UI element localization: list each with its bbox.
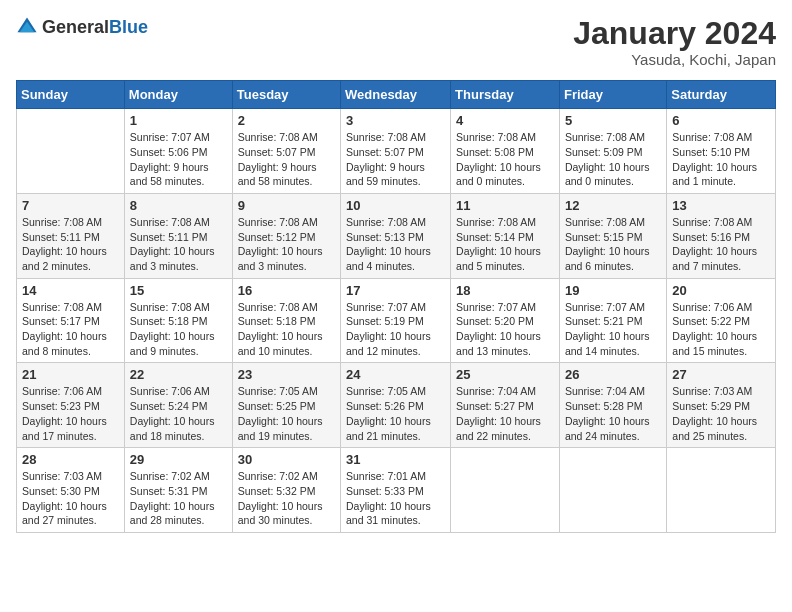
day-info: Sunrise: 7:02 AMSunset: 5:31 PMDaylight:…	[130, 469, 227, 528]
day-info: Sunrise: 7:07 AMSunset: 5:21 PMDaylight:…	[565, 300, 661, 359]
day-number: 4	[456, 113, 554, 128]
week-row-2: 7Sunrise: 7:08 AMSunset: 5:11 PMDaylight…	[17, 193, 776, 278]
week-row-5: 28Sunrise: 7:03 AMSunset: 5:30 PMDayligh…	[17, 448, 776, 533]
day-info: Sunrise: 7:08 AMSunset: 5:08 PMDaylight:…	[456, 130, 554, 189]
page-header: GeneralBlue January 2024 Yasuda, Kochi, …	[16, 16, 776, 68]
week-row-1: 1Sunrise: 7:07 AMSunset: 5:06 PMDaylight…	[17, 109, 776, 194]
calendar-cell	[17, 109, 125, 194]
calendar-cell: 27Sunrise: 7:03 AMSunset: 5:29 PMDayligh…	[667, 363, 776, 448]
calendar-cell: 1Sunrise: 7:07 AMSunset: 5:06 PMDaylight…	[124, 109, 232, 194]
day-number: 7	[22, 198, 119, 213]
day-info: Sunrise: 7:08 AMSunset: 5:16 PMDaylight:…	[672, 215, 770, 274]
header-day-tuesday: Tuesday	[232, 81, 340, 109]
day-number: 26	[565, 367, 661, 382]
calendar-cell: 16Sunrise: 7:08 AMSunset: 5:18 PMDayligh…	[232, 278, 340, 363]
day-info: Sunrise: 7:08 AMSunset: 5:11 PMDaylight:…	[130, 215, 227, 274]
header-day-sunday: Sunday	[17, 81, 125, 109]
week-row-4: 21Sunrise: 7:06 AMSunset: 5:23 PMDayligh…	[17, 363, 776, 448]
week-row-3: 14Sunrise: 7:08 AMSunset: 5:17 PMDayligh…	[17, 278, 776, 363]
day-info: Sunrise: 7:08 AMSunset: 5:11 PMDaylight:…	[22, 215, 119, 274]
day-number: 13	[672, 198, 770, 213]
day-number: 3	[346, 113, 445, 128]
calendar-cell	[667, 448, 776, 533]
calendar-cell: 14Sunrise: 7:08 AMSunset: 5:17 PMDayligh…	[17, 278, 125, 363]
day-info: Sunrise: 7:07 AMSunset: 5:06 PMDaylight:…	[130, 130, 227, 189]
day-info: Sunrise: 7:08 AMSunset: 5:07 PMDaylight:…	[346, 130, 445, 189]
header-day-saturday: Saturday	[667, 81, 776, 109]
calendar-cell: 5Sunrise: 7:08 AMSunset: 5:09 PMDaylight…	[559, 109, 666, 194]
day-info: Sunrise: 7:08 AMSunset: 5:18 PMDaylight:…	[238, 300, 335, 359]
calendar-cell	[559, 448, 666, 533]
calendar-cell: 23Sunrise: 7:05 AMSunset: 5:25 PMDayligh…	[232, 363, 340, 448]
calendar-cell: 11Sunrise: 7:08 AMSunset: 5:14 PMDayligh…	[451, 193, 560, 278]
subtitle: Yasuda, Kochi, Japan	[573, 51, 776, 68]
day-info: Sunrise: 7:03 AMSunset: 5:29 PMDaylight:…	[672, 384, 770, 443]
calendar-cell: 28Sunrise: 7:03 AMSunset: 5:30 PMDayligh…	[17, 448, 125, 533]
day-info: Sunrise: 7:07 AMSunset: 5:20 PMDaylight:…	[456, 300, 554, 359]
day-number: 1	[130, 113, 227, 128]
day-number: 23	[238, 367, 335, 382]
day-info: Sunrise: 7:08 AMSunset: 5:12 PMDaylight:…	[238, 215, 335, 274]
calendar-cell: 4Sunrise: 7:08 AMSunset: 5:08 PMDaylight…	[451, 109, 560, 194]
day-number: 19	[565, 283, 661, 298]
day-number: 24	[346, 367, 445, 382]
calendar-cell: 26Sunrise: 7:04 AMSunset: 5:28 PMDayligh…	[559, 363, 666, 448]
day-info: Sunrise: 7:03 AMSunset: 5:30 PMDaylight:…	[22, 469, 119, 528]
calendar-cell: 24Sunrise: 7:05 AMSunset: 5:26 PMDayligh…	[341, 363, 451, 448]
day-number: 31	[346, 452, 445, 467]
calendar-cell: 7Sunrise: 7:08 AMSunset: 5:11 PMDaylight…	[17, 193, 125, 278]
calendar-cell	[451, 448, 560, 533]
calendar-cell: 2Sunrise: 7:08 AMSunset: 5:07 PMDaylight…	[232, 109, 340, 194]
title-block: January 2024 Yasuda, Kochi, Japan	[573, 16, 776, 68]
calendar-cell: 30Sunrise: 7:02 AMSunset: 5:32 PMDayligh…	[232, 448, 340, 533]
calendar-header: SundayMondayTuesdayWednesdayThursdayFrid…	[17, 81, 776, 109]
day-number: 2	[238, 113, 335, 128]
day-info: Sunrise: 7:06 AMSunset: 5:24 PMDaylight:…	[130, 384, 227, 443]
day-number: 15	[130, 283, 227, 298]
day-info: Sunrise: 7:08 AMSunset: 5:09 PMDaylight:…	[565, 130, 661, 189]
calendar-cell: 21Sunrise: 7:06 AMSunset: 5:23 PMDayligh…	[17, 363, 125, 448]
day-info: Sunrise: 7:05 AMSunset: 5:26 PMDaylight:…	[346, 384, 445, 443]
day-number: 9	[238, 198, 335, 213]
header-day-wednesday: Wednesday	[341, 81, 451, 109]
day-number: 21	[22, 367, 119, 382]
logo-icon	[16, 16, 38, 38]
calendar-cell: 19Sunrise: 7:07 AMSunset: 5:21 PMDayligh…	[559, 278, 666, 363]
calendar-table: SundayMondayTuesdayWednesdayThursdayFrid…	[16, 80, 776, 533]
day-info: Sunrise: 7:08 AMSunset: 5:07 PMDaylight:…	[238, 130, 335, 189]
day-info: Sunrise: 7:07 AMSunset: 5:19 PMDaylight:…	[346, 300, 445, 359]
day-info: Sunrise: 7:08 AMSunset: 5:13 PMDaylight:…	[346, 215, 445, 274]
day-number: 22	[130, 367, 227, 382]
calendar-cell: 29Sunrise: 7:02 AMSunset: 5:31 PMDayligh…	[124, 448, 232, 533]
calendar-cell: 12Sunrise: 7:08 AMSunset: 5:15 PMDayligh…	[559, 193, 666, 278]
calendar-body: 1Sunrise: 7:07 AMSunset: 5:06 PMDaylight…	[17, 109, 776, 533]
day-number: 10	[346, 198, 445, 213]
day-number: 8	[130, 198, 227, 213]
calendar-cell: 10Sunrise: 7:08 AMSunset: 5:13 PMDayligh…	[341, 193, 451, 278]
day-number: 6	[672, 113, 770, 128]
calendar-cell: 31Sunrise: 7:01 AMSunset: 5:33 PMDayligh…	[341, 448, 451, 533]
header-day-friday: Friday	[559, 81, 666, 109]
day-number: 11	[456, 198, 554, 213]
day-number: 14	[22, 283, 119, 298]
calendar-cell: 25Sunrise: 7:04 AMSunset: 5:27 PMDayligh…	[451, 363, 560, 448]
day-number: 5	[565, 113, 661, 128]
day-info: Sunrise: 7:06 AMSunset: 5:22 PMDaylight:…	[672, 300, 770, 359]
calendar-cell: 15Sunrise: 7:08 AMSunset: 5:18 PMDayligh…	[124, 278, 232, 363]
day-number: 18	[456, 283, 554, 298]
calendar-cell: 22Sunrise: 7:06 AMSunset: 5:24 PMDayligh…	[124, 363, 232, 448]
day-info: Sunrise: 7:04 AMSunset: 5:28 PMDaylight:…	[565, 384, 661, 443]
day-info: Sunrise: 7:08 AMSunset: 5:18 PMDaylight:…	[130, 300, 227, 359]
day-number: 29	[130, 452, 227, 467]
day-number: 25	[456, 367, 554, 382]
day-info: Sunrise: 7:05 AMSunset: 5:25 PMDaylight:…	[238, 384, 335, 443]
day-info: Sunrise: 7:08 AMSunset: 5:14 PMDaylight:…	[456, 215, 554, 274]
logo: GeneralBlue	[16, 16, 148, 38]
main-title: January 2024	[573, 16, 776, 51]
day-info: Sunrise: 7:01 AMSunset: 5:33 PMDaylight:…	[346, 469, 445, 528]
logo-text-blue: Blue	[109, 17, 148, 37]
calendar-cell: 3Sunrise: 7:08 AMSunset: 5:07 PMDaylight…	[341, 109, 451, 194]
day-number: 12	[565, 198, 661, 213]
calendar-cell: 9Sunrise: 7:08 AMSunset: 5:12 PMDaylight…	[232, 193, 340, 278]
calendar-cell: 18Sunrise: 7:07 AMSunset: 5:20 PMDayligh…	[451, 278, 560, 363]
